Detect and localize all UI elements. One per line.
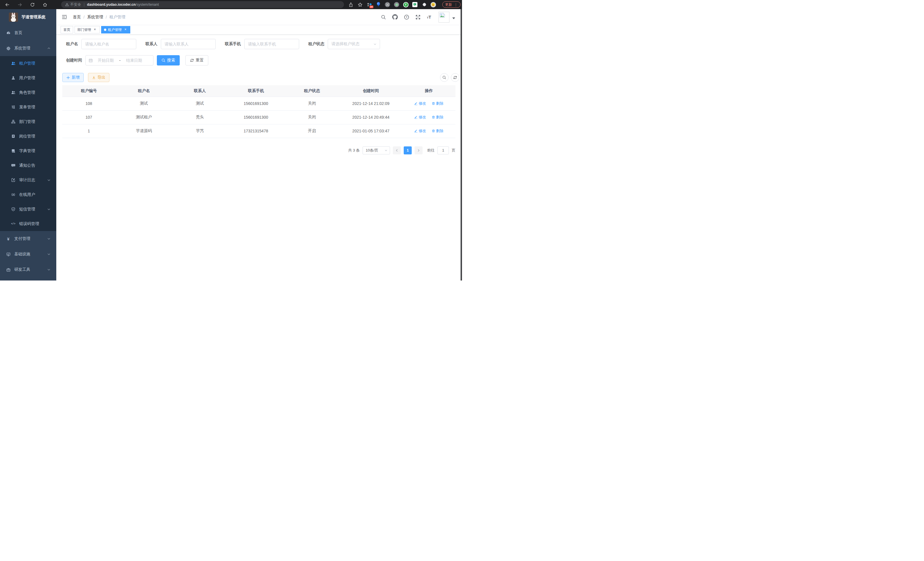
col-status: 租户状态 — [284, 85, 339, 97]
shield-check-icon — [11, 207, 15, 211]
cell-contact: 秃头 — [172, 110, 227, 124]
breadcrumb: 首页 / 系统管理 / 租户管理 — [73, 15, 125, 20]
extension-command-icon[interactable] — [385, 2, 390, 8]
sidebar-item-user[interactable]: 用户管理 — [0, 71, 56, 85]
user-menu[interactable] — [439, 12, 455, 23]
help-icon[interactable]: ? — [404, 15, 409, 20]
page-size-select[interactable]: 10条/页 — [363, 146, 390, 154]
yen-icon: ¥ — [6, 236, 10, 241]
extension-chat-icon[interactable] — [412, 2, 418, 8]
delete-link[interactable]: 删除 — [432, 101, 443, 106]
sidebar-item-post[interactable]: 岗位管理 — [0, 129, 56, 144]
date-range-picker[interactable]: - — [86, 55, 153, 65]
edit-link[interactable]: 修改 — [414, 115, 426, 120]
search-button[interactable]: 搜索 — [157, 55, 180, 65]
sidebar-item-label: 租户管理 — [19, 61, 35, 66]
window-scrollbar[interactable] — [460, 9, 462, 281]
fullscreen-icon[interactable] — [416, 15, 421, 20]
font-size-icon[interactable]: TT — [427, 15, 431, 20]
caret-down-icon[interactable] — [452, 17, 455, 19]
sidebar-item-payment[interactable]: ¥ 支付管理 — [0, 231, 56, 247]
sidebar-item-label: 研发工具 — [14, 267, 30, 272]
export-button[interactable]: 导出 — [88, 73, 110, 82]
code-icon: </> — [11, 223, 15, 225]
browser-update-button[interactable]: 更新 ⋮ — [442, 2, 460, 8]
extension-tab-manager-icon[interactable]: 10 — [366, 2, 372, 8]
cell-created: 2021-12-14 21:02:09 — [339, 97, 402, 110]
delete-link[interactable]: 删除 — [432, 128, 443, 134]
sidebar-item-label: 通知公告 — [19, 163, 35, 168]
sidebar-item-notice[interactable]: 通知公告 — [0, 158, 56, 173]
extensions-puzzle-icon[interactable] — [421, 2, 427, 8]
cell-status: 关闭 — [284, 110, 339, 124]
profile-avatar-icon[interactable] — [430, 2, 436, 8]
edit-link[interactable]: 修改 — [414, 128, 426, 134]
extension-balloon-icon[interactable] — [375, 2, 381, 8]
end-date-input[interactable] — [122, 58, 146, 63]
start-date-input[interactable] — [94, 58, 117, 63]
sidebar-item-role[interactable]: 角色管理 — [0, 85, 56, 100]
next-page-button[interactable] — [415, 146, 423, 154]
sidebar-item-audit-log[interactable]: 审计日志 — [0, 173, 56, 187]
refresh-table-icon[interactable] — [451, 73, 459, 82]
url-domain: dashboard.yudao.iocoder.cn — [87, 3, 136, 7]
extension-dot-icon[interactable] — [394, 2, 399, 8]
sidebar-item-dict[interactable]: 字典管理 — [0, 144, 56, 158]
app-logo[interactable]: 芋道管理系统 — [0, 9, 56, 25]
sidebar-item-dept[interactable]: 部门管理 — [0, 114, 56, 129]
extension-yudao-icon[interactable]: Y — [403, 2, 409, 8]
sidebar-item-label: 用户管理 — [19, 75, 35, 81]
sidebar-item-errcode[interactable]: </> 错误码管理 — [0, 217, 56, 231]
sidebar-item-label: 错误码管理 — [19, 221, 39, 226]
filter-tenant-name: 租户名 — [66, 39, 136, 49]
goto-page-input[interactable] — [437, 146, 449, 154]
tab-tenant[interactable]: 租户管理 × — [101, 26, 130, 33]
phone-input[interactable] — [244, 39, 299, 49]
edit-link[interactable]: 修改 — [414, 101, 426, 106]
active-dot — [104, 29, 106, 31]
add-button[interactable]: 新增 — [62, 73, 84, 82]
tab-home[interactable]: 首页 — [61, 26, 73, 33]
sidebar-item-system[interactable]: 系统管理 — [0, 41, 56, 56]
page-content: 租户名 联系人 联系手机 租户状态 请选择租户状态 — [56, 35, 462, 281]
not-secure-warning[interactable]: 不安全 — [65, 2, 81, 7]
sidebar-item-sms[interactable]: 短信管理 — [0, 202, 56, 217]
avatar-broken-image-icon[interactable] — [439, 12, 449, 23]
reset-button[interactable]: 重置 — [185, 55, 208, 65]
browser-reload-icon[interactable] — [28, 1, 37, 9]
sidebar-collapse-icon[interactable] — [61, 14, 68, 21]
breadcrumb-system[interactable]: 系统管理 — [87, 15, 103, 20]
prev-page-button[interactable] — [393, 146, 401, 154]
close-icon[interactable]: × — [93, 28, 97, 32]
bookmark-star-icon[interactable] — [357, 2, 363, 8]
breadcrumb-home[interactable]: 首页 — [73, 15, 81, 20]
sidebar-item-infrastructure[interactable]: 基础设施 — [0, 247, 56, 262]
github-icon[interactable] — [392, 14, 398, 20]
status-select[interactable]: 请选择租户状态 — [328, 39, 380, 49]
sidebar-item-home[interactable]: 首页 — [0, 25, 56, 41]
show-search-toggle-icon[interactable] — [440, 73, 448, 82]
tab-dept[interactable]: 部门管理 × — [75, 26, 100, 33]
delete-link[interactable]: 删除 — [432, 115, 443, 120]
browser-home-icon[interactable] — [40, 1, 49, 9]
address-bar[interactable]: 不安全 dashboard.yudao.iocoder.cn/system/te… — [61, 1, 344, 8]
browser-forward-icon[interactable] — [15, 1, 24, 9]
trash-icon — [432, 116, 435, 119]
current-page[interactable]: 1 — [404, 146, 412, 154]
sidebar-item-online-users[interactable]: 在线用户 — [0, 187, 56, 202]
sidebar-item-menu[interactable]: 菜单管理 — [0, 100, 56, 114]
close-icon[interactable]: × — [123, 28, 128, 32]
header-search-icon[interactable] — [381, 15, 386, 20]
cell-created: 2021-01-05 17:03:47 — [339, 124, 402, 138]
tenant-name-input[interactable] — [81, 39, 136, 49]
share-icon[interactable] — [348, 2, 354, 8]
browser-menu-dots-icon[interactable]: ⋮ — [454, 3, 458, 7]
contact-input[interactable] — [161, 39, 216, 49]
cell-created: 2021-12-14 20:49:44 — [339, 110, 402, 124]
trash-icon — [432, 102, 435, 105]
browser-back-icon[interactable] — [3, 1, 11, 9]
sidebar-item-tenant[interactable]: 租户管理 — [0, 56, 56, 71]
sidebar-item-dev-tools[interactable]: 研发工具 — [0, 262, 56, 277]
update-label: 更新 — [445, 2, 452, 7]
chevron-down-icon — [47, 253, 51, 256]
